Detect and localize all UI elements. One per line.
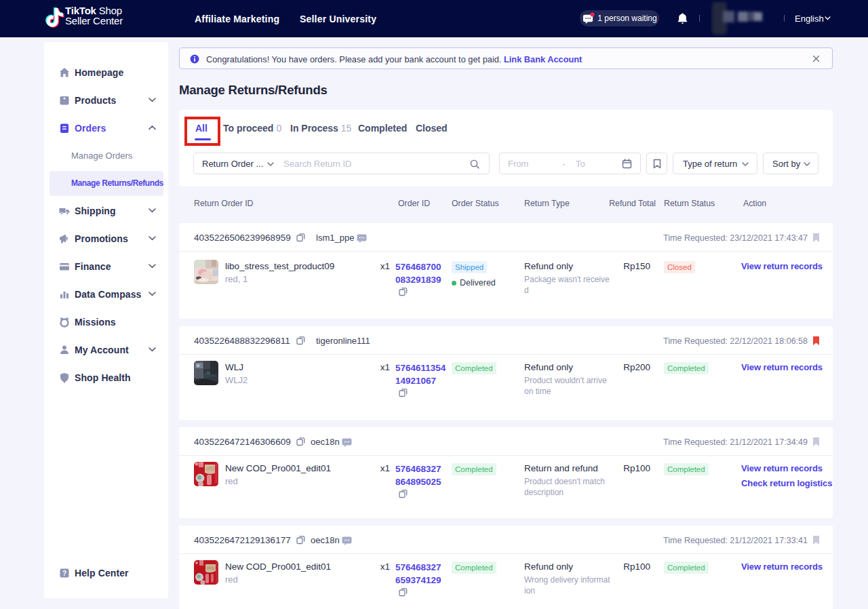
svg-text:?: ? (62, 570, 66, 577)
